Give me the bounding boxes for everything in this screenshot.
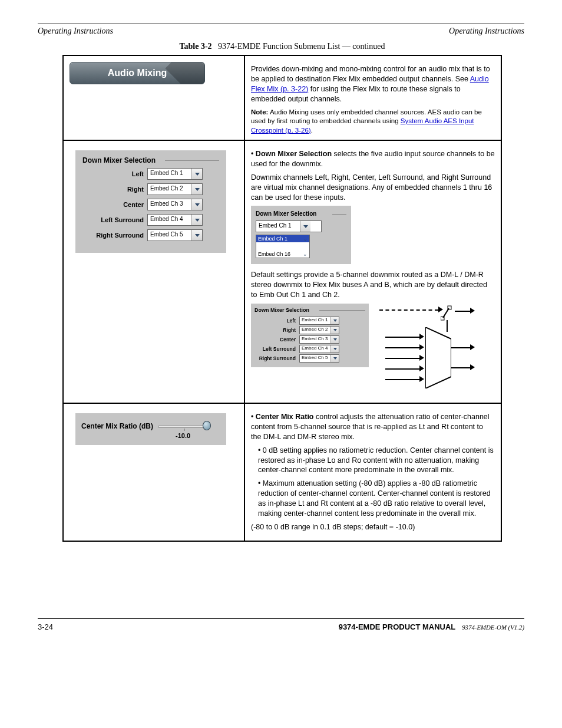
downmix-mini-label: Center (254, 337, 296, 342)
center-mix-panel: Center Mix Ratio (dB) -10.0 (75, 413, 226, 445)
table-caption: Table 3-2 9374-EMDE Function Submenu Lis… (62, 42, 502, 51)
row2-desc-b: Downmix channels Left, Right, Center, Le… (251, 173, 495, 203)
header-left: Operating Instructions (38, 27, 113, 36)
row3-range: (-80 to 0 dB range in 0.1 dB steps; defa… (251, 522, 495, 532)
downmix-mini-row: Left Surround Embed Ch 4 (254, 345, 365, 353)
note-label: Note: (251, 108, 268, 116)
downmix-select-3[interactable]: Embed Ch 4 (147, 214, 203, 226)
downmix-mini-label: Right Surround (254, 355, 296, 361)
chevron-down-icon[interactable] (330, 345, 339, 353)
downmix-select-value: Embed Ch 4 (148, 215, 191, 225)
downmix-row: Left Surround Embed Ch 4 (82, 214, 219, 226)
downmix-mini-value: Embed Ch 5 (300, 355, 330, 362)
row3-item-1: Maximum attenuation setting (-80 dB) app… (258, 479, 491, 518)
downmix-mini-label: Right (254, 327, 296, 333)
downmix-select-value: Embed Ch 3 (148, 199, 191, 210)
chevron-down-icon[interactable] (330, 355, 339, 362)
footer-rev: 9374-EMDE-OM (V1.2) (462, 624, 524, 631)
row3-item-0: 0 dB setting applies no ratiometric redu… (258, 446, 494, 475)
downmix-select-value: Embed Ch 2 (148, 184, 191, 195)
downmix-row: Left Embed Ch 1 (82, 168, 219, 180)
downmix-row: Center Embed Ch 3 (82, 199, 219, 210)
downmix-panel: Down Mixer Selection Left Embed Ch 1 Rig… (75, 150, 226, 253)
downmix-mini-select-3[interactable]: Embed Ch 4 (299, 345, 339, 353)
row1-left: Audio Mixing (63, 55, 244, 140)
downmix-mini-value: Embed Ch 3 (300, 336, 330, 343)
caption-title: 9374-EMDE Function Submenu List — contin… (218, 42, 385, 51)
downmix-row-label: Right Surround (82, 232, 144, 239)
chevron-down-icon[interactable] (330, 336, 339, 343)
downmix-row-label: Left (82, 170, 144, 177)
downmix-row-label: Right (82, 186, 144, 193)
downmix-select-4[interactable]: Embed Ch 5 (147, 229, 203, 241)
downmix-row-label: Left Surround (82, 216, 144, 223)
downmix-panel-mini: Down Mixer Selection Left Embed Ch 1 Rig… (251, 304, 369, 367)
downmix-mini-title: Down Mixer Selection (254, 307, 365, 313)
dropdown-item-last[interactable]: Embed Ch 16 (258, 251, 290, 257)
row2-desc-c: Default settings provide a 5-channel dow… (251, 270, 495, 300)
row3-right: • Center Mix Ratio control adjusts the a… (244, 403, 501, 541)
slider-thumb[interactable] (203, 421, 211, 430)
downmix-mini-select-1[interactable]: Embed Ch 2 (299, 326, 339, 334)
downmix-mini-select-2[interactable]: Embed Ch 3 (299, 335, 339, 344)
downmix-select-1[interactable]: Embed Ch 2 (147, 183, 203, 195)
downmix-select-value: Embed Ch 5 (148, 230, 191, 241)
audio-mixing-label: Audio Mixing (108, 68, 167, 78)
svg-marker-3 (425, 327, 451, 388)
row1-right: Provides down-mixing and mono-mixing con… (244, 55, 501, 140)
chevron-down-icon[interactable] (191, 169, 202, 179)
footer-left: 3-24 (38, 622, 53, 631)
downmix-mini-select-0[interactable]: Embed Ch 1 (299, 317, 339, 325)
row3-left: Center Mix Ratio (dB) -10.0 (63, 403, 244, 541)
link-flexmix[interactable]: Audio Flex Mix (p. 3-22) (251, 75, 489, 93)
downmix-dd-title: Down Mixer Selection (256, 210, 346, 217)
downmix-mini-value: Embed Ch 4 (300, 345, 330, 353)
chevron-down-icon[interactable] (300, 221, 310, 232)
link-aes-xpt[interactable]: System Audio AES Input Crosspoint (p. 3-… (251, 117, 474, 134)
downmix-mini-row: Center Embed Ch 3 (254, 335, 365, 344)
chevron-down-icon[interactable] (191, 215, 202, 225)
downmix-row-label: Center (82, 201, 144, 208)
footer-right: 9374-EMDE PRODUCT MANUAL (339, 622, 456, 631)
chevron-down-icon[interactable] (191, 199, 202, 210)
chevron-down-icon[interactable] (191, 230, 202, 241)
downmix-mini-select-4[interactable]: Embed Ch 5 (299, 354, 339, 363)
audio-mixing-button[interactable]: Audio Mixing (70, 62, 205, 84)
bullet-downmix: Down Mixer Selection (256, 150, 332, 158)
downmix-mini-value: Embed Ch 1 (300, 317, 330, 324)
chevron-down-icon[interactable] (191, 184, 202, 195)
downmix-select-0[interactable]: Embed Ch 1 (147, 168, 203, 180)
center-mix-label: Center Mix Ratio (dB) (81, 422, 153, 430)
downmix-select-2[interactable]: Embed Ch 3 (147, 199, 203, 210)
note-text: Audio Mixing uses only embedded channel … (251, 108, 482, 134)
row2-right: • Down Mixer Selection selects the five … (244, 140, 501, 403)
downmix-mini-label: Left Surround (254, 346, 296, 352)
downmix-select-value: Embed Ch 1 (148, 169, 191, 179)
page-footer: 3-24 9374-EMDE PRODUCT MANUAL 9374-EMDE-… (38, 618, 524, 631)
scroll-down-icon[interactable]: ⌄ (303, 251, 308, 257)
caption-prefix: Table 3-2 (179, 42, 211, 51)
row1-desc: Provides down-mixing and mono-mixing con… (251, 64, 495, 135)
chevron-down-icon[interactable] (330, 317, 339, 324)
mux-diagram (379, 304, 474, 398)
chevron-down-icon[interactable] (330, 327, 339, 334)
spec-table: Audio Mixing Provides down-mixing and mo… (62, 55, 502, 542)
downmix-dd-panel: Down Mixer Selection Embed Ch 1 Embed Ch… (251, 206, 351, 264)
bullet-ctrmix: Center Mix Ratio (256, 413, 314, 421)
page-header: Operating Instructions Operating Instruc… (38, 24, 524, 36)
downmix-mini-row: Left Embed Ch 1 (254, 317, 365, 325)
downmix-select[interactable]: Embed Ch 1 (256, 220, 322, 232)
downmix-title: Down Mixer Selection (82, 156, 219, 164)
center-mix-slider[interactable] (158, 421, 211, 431)
downmix-row: Right Embed Ch 2 (82, 183, 219, 195)
downmix-mini-row: Right Surround Embed Ch 5 (254, 354, 365, 363)
center-mix-value: -10.0 (176, 432, 220, 439)
downmix-dropdown-list[interactable]: Embed Ch 1⌃ Embed Ch 16⌄ (256, 235, 310, 258)
header-right: Operating Instructions (449, 27, 524, 36)
scroll-up-icon[interactable]: ⌃ (303, 236, 308, 242)
downmix-mini-value: Embed Ch 2 (300, 327, 330, 334)
row2-left: Down Mixer Selection Left Embed Ch 1 Rig… (63, 140, 244, 403)
downmix-select-value: Embed Ch 1 (256, 221, 300, 232)
downmix-row: Right Surround Embed Ch 5 (82, 229, 219, 241)
dropdown-item-selected[interactable]: Embed Ch 1 (258, 236, 287, 242)
